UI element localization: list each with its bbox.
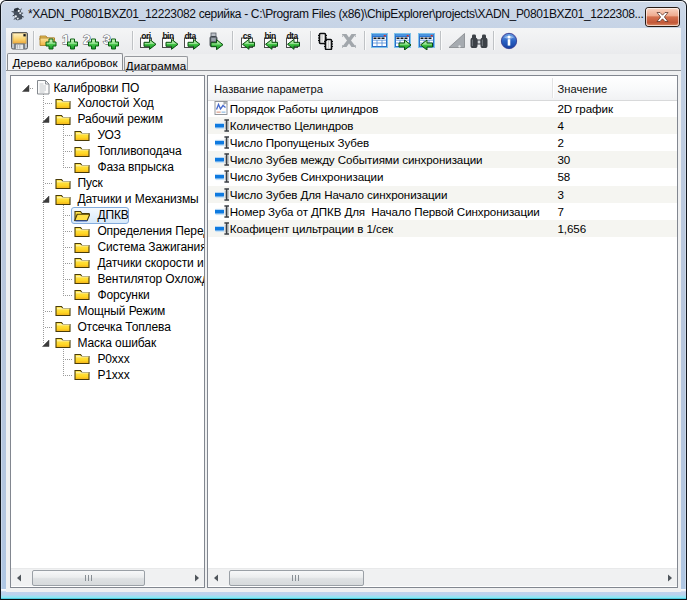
svg-text:cs: cs: [243, 32, 252, 41]
svg-text:bin: bin: [264, 32, 276, 41]
svg-text:dta: dta: [286, 32, 298, 41]
svg-text:dta: dta: [184, 32, 196, 41]
